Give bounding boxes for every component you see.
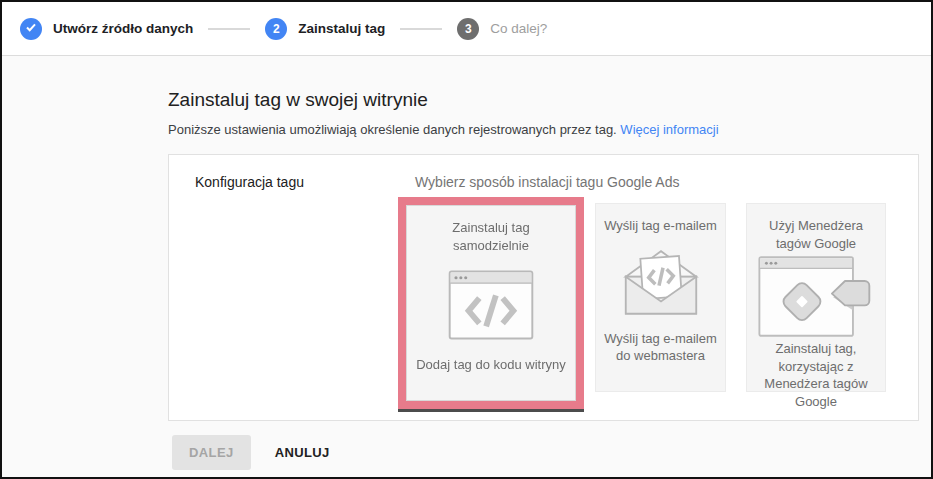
- step-install-tag[interactable]: 2 Zainstaluj tag: [265, 18, 385, 40]
- option-title: Zainstaluj tag samodzielnie: [415, 219, 567, 254]
- tag-manager-icon: [758, 252, 874, 340]
- tag-configuration-panel: Konfiguracja tagu Wybierz sposób instala…: [168, 154, 919, 421]
- learn-more-link[interactable]: Więcej informacji: [620, 122, 718, 137]
- code-window-icon: [448, 254, 534, 356]
- option-tag-manager[interactable]: Użyj Menedżera tagów Google: [746, 203, 886, 392]
- step-number-circle: 2: [265, 18, 287, 40]
- page-title: Zainstaluj tag w swojej witrynie: [168, 89, 931, 111]
- option-title: Użyj Menedżera tagów Google: [755, 217, 877, 252]
- next-button[interactable]: DALEJ: [172, 435, 251, 470]
- option-install-yourself[interactable]: Zainstaluj tag samodzielnie: [406, 205, 576, 401]
- option-title: Wyślij tag e-mailem: [604, 217, 717, 235]
- step-create-data-source[interactable]: Utwórz źródło danych: [20, 18, 193, 40]
- option-cards-row: Zainstaluj tag samodzielnie: [415, 197, 918, 409]
- step-connector: [400, 28, 442, 30]
- page-subtitle: Poniższe ustawienia umożliwiają określen…: [168, 122, 931, 137]
- step-connector: [208, 28, 250, 30]
- step-label: Utwórz źródło danych: [53, 21, 193, 36]
- subtitle-text: Poniższe ustawienia umożliwiają określen…: [168, 122, 617, 137]
- option-email-tag[interactable]: Wyślij tag e-mailem: [595, 203, 726, 392]
- option-caption: Dodaj tag do kodu witryny: [416, 356, 566, 374]
- installation-options: Wybierz sposób instalacji tagu Google Ad…: [415, 155, 918, 420]
- step-completed-circle: [20, 18, 42, 40]
- section-label: Konfiguracja tagu: [169, 155, 415, 420]
- option-caption: Wyślij tag e-mailem do webmastera: [604, 330, 717, 365]
- step-label: Zainstaluj tag: [298, 21, 385, 36]
- step-number-circle: 3: [457, 18, 479, 40]
- option-caption: Zainstaluj tag, korzystając z Menedżera …: [755, 340, 877, 410]
- check-icon: [25, 21, 37, 36]
- cancel-button[interactable]: ANULUJ: [275, 445, 330, 460]
- step-whats-next[interactable]: 3 Co dalej?: [457, 18, 547, 40]
- installation-prompt: Wybierz sposób instalacji tagu Google Ad…: [415, 174, 918, 190]
- step-label: Co dalej?: [490, 21, 547, 36]
- email-tag-icon: [617, 235, 705, 330]
- main-content: Zainstaluj tag w swojej witrynie Poniższ…: [2, 56, 931, 470]
- footer-actions: DALEJ ANULUJ: [172, 435, 931, 470]
- annotation-highlight-box: Zainstaluj tag samodzielnie: [398, 197, 584, 409]
- wizard-stepper: Utwórz źródło danych 2 Zainstaluj tag 3 …: [2, 2, 931, 56]
